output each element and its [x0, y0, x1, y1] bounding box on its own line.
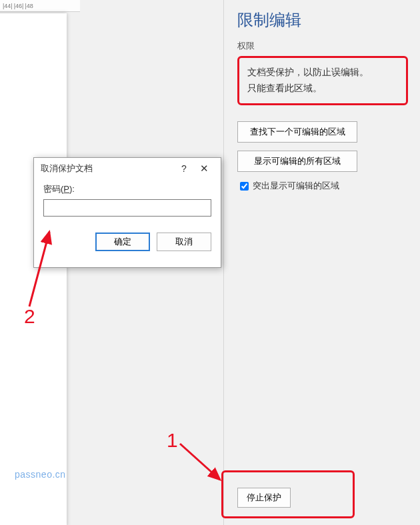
ruler: |44| |46| |48	[0, 0, 80, 12]
highlight-editable-checkbox[interactable]	[240, 182, 249, 191]
info-line: 只能查看此区域。	[247, 81, 398, 97]
protection-info-box: 文档受保护，以防止误编辑。 只能查看此区域。	[237, 56, 408, 105]
checkbox-label: 突出显示可编辑的区域	[253, 180, 339, 192]
unprotect-document-dialog: 取消保护文档 ? ✕ 密码(P): 确定 取消	[33, 157, 221, 268]
watermark: passneo.cn	[15, 469, 66, 480]
close-icon[interactable]: ✕	[194, 163, 214, 175]
ruler-mark: |46|	[14, 3, 24, 9]
document-page[interactable]	[0, 13, 67, 525]
ruler-mark: |48	[25, 3, 33, 9]
highlight-editable-checkbox-row[interactable]: 突出显示可编辑的区域	[237, 180, 408, 193]
password-input[interactable]	[43, 199, 211, 217]
annotation-number-1: 1	[167, 429, 178, 452]
dialog-title: 取消保护文档	[41, 163, 174, 175]
show-all-editable-button[interactable]: 显示可编辑的所有区域	[237, 151, 357, 172]
restrict-editing-panel: 限制编辑 权限 文档受保护，以防止误编辑。 只能查看此区域。 查找下一个可编辑的…	[223, 0, 420, 525]
stop-protection-button[interactable]: 停止保护	[237, 488, 291, 508]
dialog-titlebar[interactable]: 取消保护文档 ? ✕	[34, 158, 221, 179]
find-next-editable-button[interactable]: 查找下一个可编辑的区域	[237, 121, 357, 143]
annotation-number-2: 2	[24, 305, 35, 328]
password-label: 密码(P):	[43, 183, 211, 195]
panel-title: 限制编辑	[237, 9, 408, 31]
ruler-mark: |44|	[3, 3, 13, 9]
permissions-label: 权限	[237, 40, 408, 52]
svg-line-2	[180, 444, 220, 480]
info-line: 文档受保护，以防止误编辑。	[247, 65, 398, 81]
cancel-button[interactable]: 取消	[157, 233, 211, 251]
ok-button[interactable]: 确定	[95, 233, 150, 251]
help-icon[interactable]: ?	[174, 163, 194, 174]
